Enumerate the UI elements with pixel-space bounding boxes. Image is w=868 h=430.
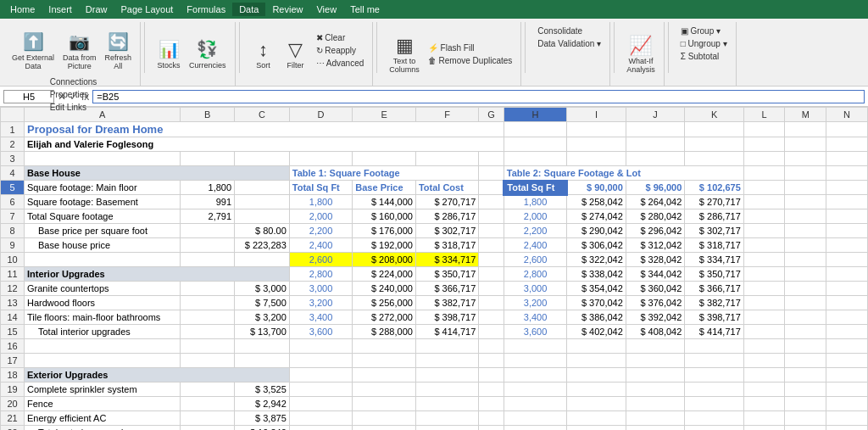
cell-i13[interactable]: $ 370,042 (567, 296, 626, 310)
row-header-4[interactable]: 4 (1, 166, 25, 181)
menu-page-layout[interactable]: Page Layout (114, 3, 181, 16)
col-header-g[interactable]: G (479, 108, 504, 122)
cell-d6[interactable]: 1,800 (289, 195, 353, 209)
cell-g6[interactable] (479, 195, 504, 209)
cell-d11[interactable]: 2,800 (289, 267, 353, 282)
cell-e13[interactable]: $ 256,000 (353, 296, 416, 310)
cell-k6[interactable]: $ 270,717 (685, 195, 743, 209)
cell-d8[interactable]: 2,200 (289, 224, 353, 238)
cell-c13[interactable]: $ 7,500 (235, 296, 290, 310)
clear-button[interactable]: ✖ Clear (313, 32, 368, 43)
formula-cancel-icon[interactable]: ✕ (58, 91, 66, 103)
cell-e14[interactable]: $ 272,000 (353, 310, 416, 325)
cell-h7[interactable]: 2,000 (504, 209, 567, 224)
cell-k12[interactable]: $ 366,717 (685, 282, 743, 296)
title-cell[interactable]: Proposal for Dream Home (25, 122, 504, 137)
formula-confirm-icon[interactable]: ✓ (70, 91, 78, 103)
connections-button[interactable]: Connections (47, 76, 101, 87)
cell-a10[interactable] (25, 253, 181, 267)
cell-b10[interactable] (181, 253, 235, 267)
cell-i9[interactable]: $ 306,042 (567, 238, 626, 253)
cell-k9[interactable]: $ 318,717 (685, 238, 743, 253)
row-header-11[interactable]: 11 (1, 267, 25, 282)
cell-j2[interactable] (626, 137, 684, 152)
interior-upgrades-header[interactable]: Interior Upgrades (25, 267, 290, 282)
cell-c12[interactable]: $ 3,000 (235, 282, 290, 296)
cell-a19[interactable]: Complete sprinkler system (25, 383, 181, 397)
cell-h2[interactable] (504, 137, 567, 152)
cell-h12[interactable]: 3,000 (504, 282, 567, 296)
text-to-columns-button[interactable]: ▦ Text toColumns (386, 29, 423, 80)
cell-f13[interactable]: $ 382,717 (415, 296, 478, 310)
cell-n1[interactable] (826, 122, 868, 137)
subtotal-button[interactable]: Σ Subtotal (677, 51, 731, 62)
cell-a15[interactable]: Total interior upgrades (25, 325, 181, 339)
group-button[interactable]: ▣ Group ▾ (677, 25, 731, 36)
cell-j6[interactable]: $ 264,042 (626, 195, 684, 209)
cell-c9[interactable]: $ 223,283 (235, 238, 290, 253)
cell-h13[interactable]: 3,200 (504, 296, 567, 310)
cell-h5-selected[interactable]: Total Sq Ft (504, 181, 567, 195)
cell-h15[interactable]: 3,600 (504, 325, 567, 339)
row-header-15[interactable]: 15 (1, 325, 25, 339)
cell-b14[interactable] (181, 310, 235, 325)
row-header-5[interactable]: 5 (1, 181, 25, 195)
table1-header[interactable]: Table 1: Square Footage (289, 166, 479, 181)
get-external-data-button[interactable]: ⬆️ Get ExternalData (8, 25, 58, 76)
cell-d15[interactable]: 3,600 (289, 325, 353, 339)
cell-b15[interactable] (181, 325, 235, 339)
cell-k13[interactable]: $ 382,717 (685, 296, 743, 310)
cell-j5[interactable]: $ 96,000 (626, 181, 684, 195)
remove-duplicates-button[interactable]: 🗑 Remove Duplicates (425, 55, 515, 66)
cell-e7[interactable]: $ 160,000 (353, 209, 416, 224)
cell-i11[interactable]: $ 338,042 (567, 267, 626, 282)
cell-i14[interactable]: $ 386,042 (567, 310, 626, 325)
cell-a5[interactable]: Square footage: Main floor (25, 181, 181, 195)
data-validation-button[interactable]: Data Validation ▾ (534, 38, 604, 49)
cell-g13[interactable] (479, 296, 504, 310)
cell-c22[interactable]: $ 10,342 (235, 426, 290, 431)
cell-e6[interactable]: $ 144,000 (353, 195, 416, 209)
what-if-button[interactable]: 📈 What-IfAnalysis (623, 29, 659, 80)
cell-j13[interactable]: $ 376,042 (626, 296, 684, 310)
cell-b9[interactable] (181, 238, 235, 253)
cell-j10[interactable]: $ 328,042 (626, 253, 684, 267)
cell-j8[interactable]: $ 296,042 (626, 224, 684, 238)
col-header-e[interactable]: E (353, 108, 416, 122)
menu-draw[interactable]: Draw (79, 3, 114, 16)
col-header-n[interactable]: N (826, 108, 868, 122)
cell-e11[interactable]: $ 224,000 (353, 267, 416, 282)
filter-button[interactable]: ▽ Filter (281, 29, 311, 80)
cell-d9[interactable]: 2,400 (289, 238, 353, 253)
cell-g14[interactable] (479, 310, 504, 325)
cell-g9[interactable] (479, 238, 504, 253)
cell-i6[interactable]: $ 258,042 (567, 195, 626, 209)
cell-l1[interactable] (743, 122, 785, 137)
spreadsheet-container[interactable]: A B C D E F G H I J K L M N 1 Proposal f… (0, 107, 868, 430)
formula-input[interactable]: =B25 (92, 90, 865, 103)
row-header-18[interactable]: 18 (1, 368, 25, 383)
cell-g12[interactable] (479, 282, 504, 296)
cell-a6[interactable]: Square footage: Basement (25, 195, 181, 209)
row-header-8[interactable]: 8 (1, 224, 25, 238)
row-header-6[interactable]: 6 (1, 195, 25, 209)
menu-review[interactable]: Review (265, 3, 309, 16)
cell-c15[interactable]: $ 13,700 (235, 325, 290, 339)
row-header-1[interactable]: 1 (1, 122, 25, 137)
cell-c19[interactable]: $ 3,525 (235, 383, 290, 397)
cell-h11[interactable]: 2,800 (504, 267, 567, 282)
menu-home[interactable]: Home (3, 3, 42, 16)
data-from-picture-button[interactable]: 📷 Data fromPicture (59, 25, 100, 76)
cell-n2[interactable] (826, 137, 868, 152)
cell-g7[interactable] (479, 209, 504, 224)
cell-b8[interactable] (181, 224, 235, 238)
cell-i8[interactable]: $ 290,042 (567, 224, 626, 238)
flash-fill-button[interactable]: ⚡ Flash Fill (425, 42, 515, 53)
cell-l2[interactable] (743, 137, 785, 152)
cell-e12[interactable]: $ 240,000 (353, 282, 416, 296)
cell-f5[interactable]: Total Cost (415, 181, 478, 195)
cell-a22[interactable]: Total exterior upgrades (25, 426, 181, 431)
subtitle-cell[interactable]: Elijah and Valerie Foglesong (25, 137, 504, 152)
row-header-16[interactable]: 16 (1, 339, 25, 354)
cell-f7[interactable]: $ 286,717 (415, 209, 478, 224)
